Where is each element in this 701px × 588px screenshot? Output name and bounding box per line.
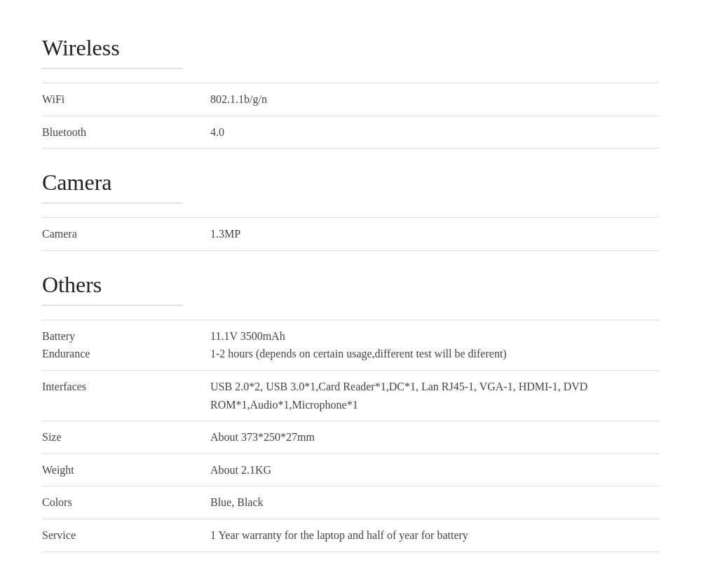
service-label: Service <box>42 526 210 545</box>
camera-bottom-line <box>42 250 659 251</box>
wireless-title: Wireless <box>42 35 659 61</box>
battery-endurance-value: 11.1V 3500mAh 1-2 hours (depends on cert… <box>210 327 659 363</box>
endurance-value: 1-2 hours (depends on certain usage,diff… <box>210 345 659 363</box>
service-value: 1 Year warranty for the laptop and half … <box>210 526 659 545</box>
colors-row: Colors Blue, Black <box>42 486 659 519</box>
service-row: Service 1 Year warranty for the laptop a… <box>42 519 659 552</box>
size-label: Size <box>42 428 210 446</box>
wireless-divider <box>42 68 182 69</box>
weight-row: Weight About 2.1KG <box>42 454 659 486</box>
wifi-row: WiFi 802.1.1b/g/n <box>42 83 659 116</box>
interfaces-row: Interfaces USB 2.0*2, USB 3.0*1,Card Rea… <box>42 371 659 421</box>
bluetooth-row: Bluetooth 4.0 <box>42 116 659 149</box>
others-divider <box>42 305 182 306</box>
interfaces-value: USB 2.0*2, USB 3.0*1,Card Reader*1,DC*1,… <box>210 378 659 413</box>
battery-endurance-label: Battery Endurance <box>42 327 210 363</box>
bluetooth-value: 4.0 <box>210 123 659 142</box>
camera-label: Camera <box>42 225 210 243</box>
colors-label: Colors <box>42 493 210 512</box>
bluetooth-label: Bluetooth <box>42 123 210 142</box>
battery-row: Battery Endurance 11.1V 3500mAh 1-2 hour… <box>42 320 659 370</box>
camera-title: Camera <box>42 170 659 196</box>
weight-label: Weight <box>42 461 210 479</box>
size-row: Size About 373*250*27mm <box>42 421 659 453</box>
size-value: About 373*250*27mm <box>210 428 659 446</box>
camera-section: Camera Camera 1.3MP <box>42 170 659 251</box>
service-divider <box>42 552 659 552</box>
camera-value: 1.3MP <box>210 225 659 243</box>
battery-label: Battery <box>42 327 210 346</box>
camera-divider <box>42 203 182 203</box>
battery-value: 11.1V 3500mAh <box>210 327 659 346</box>
endurance-label: Endurance <box>42 345 210 363</box>
others-title: Others <box>42 272 659 298</box>
colors-value: Blue, Black <box>210 493 659 512</box>
camera-row: Camera 1.3MP <box>42 218 659 250</box>
wireless-section: Wireless WiFi 802.1.1b/g/n Bluetooth 4.0 <box>42 35 659 149</box>
weight-value: About 2.1KG <box>210 461 659 479</box>
others-section: Others Battery Endurance 11.1V 3500mAh 1… <box>42 272 659 552</box>
bluetooth-divider <box>42 148 659 149</box>
wifi-value: 802.1.1b/g/n <box>210 90 659 109</box>
interfaces-label: Interfaces <box>42 378 210 396</box>
wifi-label: WiFi <box>42 90 210 109</box>
